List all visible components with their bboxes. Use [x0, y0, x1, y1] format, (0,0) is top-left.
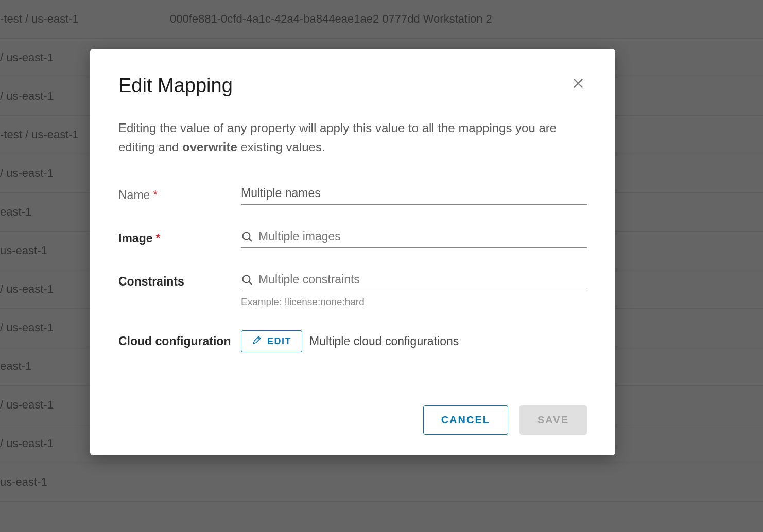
form-row-cloud: Cloud configuration EDIT Multiple cloud …	[118, 330, 587, 352]
edit-mapping-modal: Edit Mapping Editing the value of any pr…	[90, 49, 615, 455]
svg-line-5	[249, 281, 252, 284]
form-row-image: Image*	[118, 227, 587, 248]
form: Name* Image*	[118, 184, 587, 352]
close-icon	[571, 77, 585, 92]
control-cloud: EDIT Multiple cloud configurations	[241, 330, 587, 352]
label-constraints: Constraints	[118, 271, 241, 290]
svg-point-4	[243, 275, 250, 282]
pencil-icon	[252, 335, 262, 348]
label-image-text: Image	[118, 232, 152, 245]
label-image: Image*	[118, 227, 241, 246]
label-cloud-text: Cloud configuration	[118, 334, 231, 348]
svg-point-2	[243, 232, 250, 239]
modal-title: Edit Mapping	[118, 75, 233, 97]
cloud-value: Multiple cloud configurations	[309, 334, 459, 348]
required-marker: *	[155, 232, 160, 245]
modal-footer: CANCEL SAVE	[118, 405, 587, 435]
form-row-name: Name*	[118, 184, 587, 205]
label-constraints-text: Constraints	[118, 275, 184, 288]
form-row-constraints: Constraints Example: !license:none:hard	[118, 271, 587, 308]
close-button[interactable]	[569, 75, 587, 94]
save-button[interactable]: SAVE	[519, 405, 587, 435]
control-name	[241, 184, 587, 205]
image-input-wrap	[241, 227, 587, 248]
required-marker: *	[153, 188, 158, 202]
cloud-line: EDIT Multiple cloud configurations	[241, 330, 587, 352]
modal-desc-strong: overwrite	[182, 140, 237, 154]
modal-header: Edit Mapping	[118, 75, 587, 97]
edit-cloud-button[interactable]: EDIT	[241, 330, 302, 352]
image-input[interactable]	[258, 229, 587, 243]
constraints-input-wrap	[241, 271, 587, 291]
name-input[interactable]	[241, 186, 587, 200]
cancel-button[interactable]: CANCEL	[423, 405, 508, 435]
label-name-text: Name	[118, 188, 150, 202]
label-name: Name*	[118, 184, 241, 203]
edit-button-label: EDIT	[267, 336, 291, 347]
modal-desc-post: existing values.	[237, 140, 325, 154]
control-image	[241, 227, 587, 248]
constraints-hint: Example: !license:none:hard	[241, 296, 587, 308]
svg-line-3	[249, 238, 252, 241]
search-icon	[241, 230, 253, 243]
label-cloud: Cloud configuration	[118, 330, 241, 349]
modal-description: Editing the value of any property will a…	[118, 118, 587, 156]
search-icon	[241, 274, 253, 286]
name-input-wrap	[241, 184, 587, 205]
constraints-input[interactable]	[258, 273, 587, 287]
control-constraints: Example: !license:none:hard	[241, 271, 587, 308]
